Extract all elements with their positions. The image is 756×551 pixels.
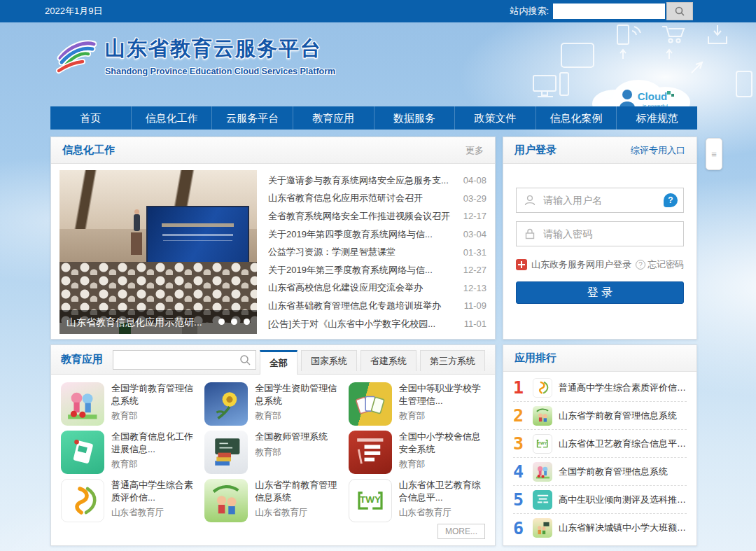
- nav-item-6[interactable]: 信息化案例: [536, 106, 617, 130]
- news-item-title[interactable]: 全省教育系统网络安全工作推进视频会议召开: [268, 210, 456, 223]
- app-item-5[interactable]: 全国中小学校舍信息安全系统教育部: [349, 431, 485, 474]
- rank-item-3[interactable]: 3TWY山东省体卫艺教育综合信息平台...: [513, 430, 687, 458]
- question-icon: ?: [636, 260, 645, 270]
- kids-pink-icon: [61, 382, 104, 426]
- kids-pink-icon: [533, 462, 552, 482]
- app-org: 教育部: [399, 410, 485, 422]
- news-list: 关于邀请参与教育系统网络安全应急服务支...04-08山东省教育信息化应用示范研…: [268, 172, 486, 334]
- rank-number: 2: [513, 405, 530, 426]
- carousel-dot-1[interactable]: [231, 319, 237, 325]
- news-item-title[interactable]: 关于2019年第四季度教育系统网络与信...: [268, 228, 456, 241]
- gov-service-login-link[interactable]: 山东政务服务网用户登录: [516, 258, 631, 271]
- news-item-date: 12-17: [463, 211, 486, 221]
- news-item-8[interactable]: [公告]关于对《山东省中小学数字化校园...11-01: [268, 315, 486, 333]
- app-item-7[interactable]: 山东省学前教育管理信息系统山东省教育厅: [204, 479, 341, 522]
- site-search-input[interactable]: [553, 4, 665, 19]
- cloud-decoration: Cloud is powerful: [532, 22, 756, 106]
- site-search-button[interactable]: [666, 2, 693, 20]
- rank-item-5[interactable]: 5高中生职业倾向测评及选科推荐...: [513, 486, 687, 514]
- app-item-0[interactable]: 全国学前教育管理信息系统教育部: [61, 382, 197, 426]
- app-item-3[interactable]: 全国教育信息化工作进展信息...教育部: [61, 431, 197, 474]
- kids-class-icon: [533, 518, 552, 538]
- app-item-2[interactable]: 全国中等职业学校学生管理信...教育部: [349, 382, 485, 426]
- login-panel: 用户登录 综评专用入口 ?: [503, 137, 697, 340]
- news-item-6[interactable]: 山东省高校信息化建设应用交流会举办12-13: [268, 279, 486, 298]
- news-item-0[interactable]: 关于邀请参与教育系统网络安全应急服务支...04-08: [268, 172, 486, 190]
- svg-text:TWY: TWY: [538, 441, 547, 445]
- news-item-title[interactable]: 山东省基础教育管理信息化专题培训班举办: [268, 300, 457, 312]
- evaluation-entry-link[interactable]: 综评专用入口: [631, 144, 685, 157]
- gov-grid-icon: [516, 259, 527, 270]
- up-arrow-icon: [666, 50, 672, 59]
- news-item-3[interactable]: 关于2019年第四季度教育系统网络与信...03-04: [268, 225, 486, 244]
- blackboard-icon: [204, 431, 248, 474]
- help-bubble-icon[interactable]: ?: [664, 193, 678, 207]
- rank-item-1[interactable]: 1普通高中学生综合素质评价信息...: [513, 374, 687, 402]
- floating-sidebar-handle[interactable]: ≡: [706, 138, 722, 170]
- rank-app-name: 全国学前教育管理信息系统: [559, 466, 668, 478]
- news-item-title[interactable]: 山东省教育信息化应用示范研讨会召开: [268, 192, 456, 204]
- nav-item-1[interactable]: 信息化工作: [132, 106, 213, 130]
- nav-item-0[interactable]: 首页: [50, 106, 132, 130]
- login-options: 山东政务服务网用户登录 ? 忘记密码: [516, 258, 684, 271]
- tablet-icon: [561, 43, 594, 67]
- cloud-text: Cloud: [638, 90, 668, 102]
- app-item-6[interactable]: 普通高中学生综合素质评价信...山东省教育厅: [61, 479, 197, 522]
- news-item-title[interactable]: [公告]关于对《山东省中小学数字化校园...: [268, 318, 457, 330]
- news-item-title[interactable]: 关于邀请参与教育系统网络安全应急服务支...: [268, 174, 456, 187]
- apps-search-input[interactable]: [113, 351, 255, 369]
- app-org: 山东省教育厅: [399, 507, 485, 519]
- carousel-dot-2[interactable]: [244, 319, 250, 325]
- logo[interactable]: 山东省教育云服务平台 Shandong Province Education C…: [56, 35, 335, 76]
- apps-more-button[interactable]: MORE...: [438, 524, 485, 539]
- apps-tab-3[interactable]: 第三方系统: [420, 350, 485, 371]
- rank-app-name: 山东省解决城镇中小学大班额问...: [559, 522, 687, 534]
- main-nav: 首页信息化工作云服务平台教育应用数据服务政策文件信息化案例标准规范: [50, 106, 697, 130]
- news-item-date: 04-08: [463, 175, 486, 186]
- news-more-link[interactable]: 更多: [465, 144, 484, 157]
- site-subtitle: Shandong Province Education Cloud Servic…: [105, 67, 335, 76]
- apps-tab-1[interactable]: 国家系统: [301, 350, 357, 371]
- news-item-1[interactable]: 山东省教育信息化应用示范研讨会召开03-29: [268, 190, 486, 208]
- ranking-panel: 应用排行 1普通高中学生综合素质评价信息...2山东省学前教育管理信息系统3TW…: [503, 344, 697, 546]
- username-input[interactable]: [543, 195, 676, 206]
- news-item-title[interactable]: 山东省高校信息化建设应用交流会举办: [268, 281, 456, 294]
- news-item-title[interactable]: 公益学习资源：学测星智慧课堂: [268, 246, 456, 258]
- search-icon[interactable]: [239, 354, 251, 366]
- tower-icon: [560, 73, 568, 95]
- news-item-date: 12-27: [463, 265, 486, 275]
- nav-item-5[interactable]: 政策文件: [455, 106, 536, 130]
- news-item-date: 11-09: [464, 300, 486, 311]
- swirl-icon: [533, 378, 552, 398]
- rank-app-name: 山东省体卫艺教育综合信息平台...: [559, 438, 687, 450]
- nav-item-3[interactable]: 教育应用: [293, 106, 374, 130]
- app-item-4[interactable]: 全国教师管理系统教育部: [204, 431, 341, 474]
- notebook-icon: [61, 431, 104, 474]
- news-item-7[interactable]: 山东省基础教育管理信息化专题培训班举办11-09: [268, 297, 486, 315]
- news-carousel[interactable]: 山东省教育信息化应用示范研...: [59, 170, 257, 334]
- app-org: 教育部: [111, 410, 197, 422]
- news-item-4[interactable]: 公益学习资源：学测星智慧课堂01-31: [268, 243, 486, 261]
- rank-item-2[interactable]: 2山东省学前教育管理信息系统: [513, 402, 687, 430]
- forgot-password-link[interactable]: ? 忘记密码: [636, 258, 684, 271]
- rank-number: 5: [513, 489, 530, 510]
- app-name: 山东省学前教育管理信息系统: [255, 479, 341, 503]
- password-input[interactable]: [543, 228, 676, 239]
- rank-item-6[interactable]: 6山东省解决城镇中小学大班额问...: [513, 514, 687, 542]
- rank-item-4[interactable]: 4全国学前教育管理信息系统: [513, 458, 687, 486]
- login-button[interactable]: 登 录: [516, 281, 684, 304]
- user-icon: [524, 194, 536, 207]
- app-item-8[interactable]: TWY山东省体卫艺教育综合信息平...山东省教育厅: [349, 479, 485, 522]
- news-item-2[interactable]: 全省教育系统网络安全工作推进视频会议召开12-17: [268, 207, 486, 225]
- news-item-5[interactable]: 关于2019年第三季度教育系统网络与信...12-27: [268, 261, 486, 279]
- nav-item-7[interactable]: 标准规范: [617, 106, 697, 130]
- carousel-dot-0[interactable]: [218, 319, 225, 325]
- apps-tab-2[interactable]: 省建系统: [360, 350, 416, 371]
- news-item-title[interactable]: 关于2019年第三季度教育系统网络与信...: [268, 264, 456, 277]
- news-panel-header: 信息化工作 更多: [51, 137, 495, 164]
- nav-item-2[interactable]: 云服务平台: [212, 106, 293, 130]
- nav-item-4[interactable]: 数据服务: [374, 106, 456, 130]
- app-item-1[interactable]: 全国学生资助管理信息系统教育部: [204, 382, 341, 426]
- apps-tab-0[interactable]: 全部: [260, 350, 298, 375]
- rank-app-name: 高中生职业倾向测评及选科推荐...: [559, 494, 687, 506]
